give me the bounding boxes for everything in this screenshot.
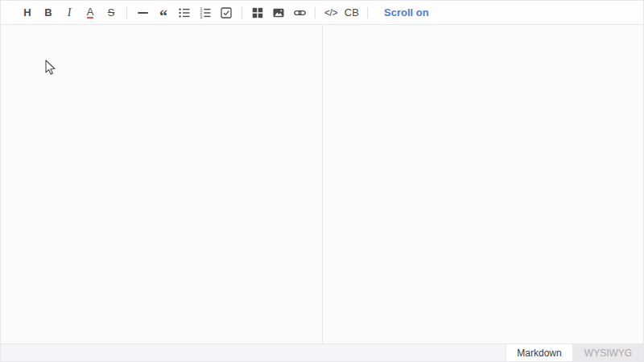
toolbar-divider xyxy=(242,7,242,19)
scroll-sync-toggle[interactable]: Scroll on xyxy=(379,1,434,25)
image-button[interactable] xyxy=(268,1,289,25)
bullet-list-icon xyxy=(179,7,190,19)
task-list-icon xyxy=(221,7,232,19)
bold-icon: B xyxy=(44,6,52,19)
blockquote-button[interactable]: “ xyxy=(153,1,174,25)
italic-button[interactable]: I xyxy=(59,1,80,25)
font-color-icon: A xyxy=(87,7,94,19)
preview-pane xyxy=(323,25,643,343)
editor-toolbar: H B I A S “ 1 2 3 xyxy=(1,1,643,25)
code-block-button[interactable]: CB xyxy=(341,1,362,25)
ordered-list-button[interactable]: 1 2 3 xyxy=(195,1,216,25)
toolbar-divider xyxy=(315,7,316,19)
svg-text:3: 3 xyxy=(200,14,202,18)
horizontal-rule-button[interactable] xyxy=(132,1,153,25)
link-button[interactable] xyxy=(289,1,310,25)
image-icon xyxy=(273,7,284,19)
toolbar-divider xyxy=(367,7,368,19)
strikethrough-button[interactable]: S xyxy=(101,1,122,25)
link-icon xyxy=(294,7,306,19)
inline-code-icon: </> xyxy=(324,7,337,19)
table-icon xyxy=(252,7,263,19)
markdown-editor-pane[interactable] xyxy=(1,25,323,343)
table-button[interactable] xyxy=(247,1,268,25)
italic-icon: I xyxy=(68,6,72,19)
heading-button[interactable]: H xyxy=(17,1,38,25)
tab-wysiwyg[interactable]: WYSIWYG xyxy=(573,344,643,361)
heading-icon: H xyxy=(23,6,31,19)
ordered-list-icon: 1 2 3 xyxy=(200,7,211,19)
inline-code-button[interactable]: </> xyxy=(320,1,341,25)
code-block-icon: CB xyxy=(345,6,359,19)
bold-button[interactable]: B xyxy=(38,1,59,25)
blockquote-icon: “ xyxy=(159,7,167,26)
font-color-button[interactable]: A xyxy=(80,1,101,25)
mode-switch-bar: Markdown WYSIWYG xyxy=(1,343,643,361)
mouse-cursor-icon xyxy=(45,60,57,80)
markdown-editor-app: H B I A S “ 1 2 3 xyxy=(0,0,644,362)
bullet-list-button[interactable] xyxy=(174,1,195,25)
strikethrough-icon: S xyxy=(108,6,115,19)
tab-markdown[interactable]: Markdown xyxy=(506,344,573,361)
hr-icon xyxy=(138,12,148,14)
task-list-button[interactable] xyxy=(216,1,237,25)
editor-main-area xyxy=(1,25,643,343)
toolbar-divider xyxy=(126,7,127,19)
